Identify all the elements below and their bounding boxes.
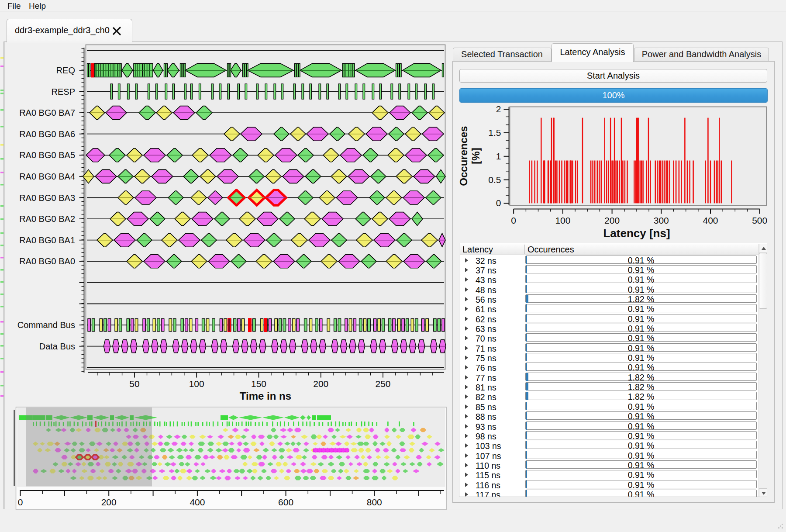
svg-text:RA0 BG0 BA3: RA0 BG0 BA3 (19, 193, 75, 203)
svg-text:600: 600 (278, 497, 293, 507)
svg-text:150: 150 (251, 379, 266, 389)
svg-text:RA0 BG0 BA6: RA0 BG0 BA6 (19, 129, 75, 139)
svg-text:RA0 BG0 BA4: RA0 BG0 BA4 (19, 172, 75, 181)
svg-text:Data Bus: Data Bus (39, 342, 75, 351)
svg-text:RA0 BG0 BA5: RA0 BG0 BA5 (19, 150, 75, 160)
svg-text:50: 50 (129, 379, 139, 389)
svg-text:200: 200 (313, 379, 328, 389)
svg-text:0: 0 (18, 497, 23, 507)
svg-text:800: 800 (367, 497, 382, 507)
svg-text:RA0 BG0 BA0: RA0 BG0 BA0 (19, 256, 75, 266)
svg-text:Command Bus: Command Bus (17, 320, 75, 330)
svg-text:REQ: REQ (56, 66, 75, 75)
svg-text:250: 250 (375, 379, 390, 389)
svg-text:RA0 BG0 BA7: RA0 BG0 BA7 (19, 108, 75, 117)
svg-text:RA0 BG0 BA1: RA0 BG0 BA1 (19, 235, 75, 245)
svg-text:Time in ns: Time in ns (240, 390, 291, 402)
svg-text:RESP: RESP (52, 87, 75, 97)
svg-text:RA0 BG0 BA2: RA0 BG0 BA2 (19, 214, 75, 224)
svg-text:200: 200 (101, 497, 117, 507)
svg-text:100: 100 (189, 379, 204, 389)
svg-text:400: 400 (190, 497, 205, 507)
